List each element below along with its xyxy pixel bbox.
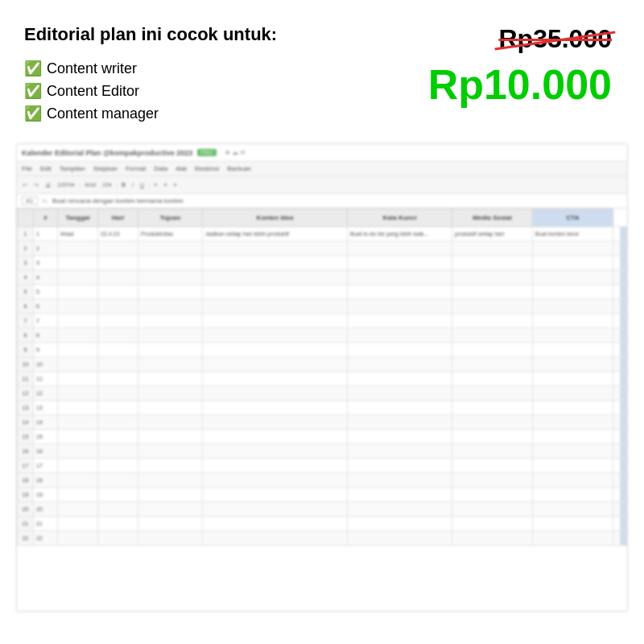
table-cell [138, 386, 203, 401]
toolbar-redo[interactable]: ↪ [31, 181, 41, 189]
table-cell [58, 386, 98, 401]
row-number: 6 [18, 299, 34, 314]
table-row: 22 [18, 242, 627, 256]
table-cell [348, 502, 452, 517]
menu-tampilan[interactable]: Tampilan [60, 165, 85, 172]
ss-title-bar: Kalender Editorial Plan @kompakproductiv… [17, 144, 627, 162]
toolbar-bold[interactable]: B [119, 181, 128, 188]
check-icon-3: ✅ [24, 105, 42, 122]
table-cell [620, 430, 627, 444]
table-cell [348, 386, 452, 401]
toolbar-undo[interactable]: ↩ [20, 181, 30, 189]
table-cell: 5 [34, 285, 58, 299]
table-cell [620, 444, 627, 459]
table-cell [533, 242, 613, 256]
table-cell [58, 488, 98, 502]
table-cell [452, 314, 533, 328]
table-cell [58, 343, 98, 357]
table-cell [138, 502, 203, 517]
table-cell [620, 488, 627, 502]
table-cell [452, 430, 533, 444]
table-row: 88 [18, 328, 627, 343]
ss-table: # Tanggal Hari Tujuan Konten Idea Kata K… [17, 208, 627, 546]
toolbar-align-center[interactable]: ≡ [161, 181, 169, 188]
menu-edit[interactable]: Edit [40, 165, 52, 172]
row-number: 5 [18, 285, 34, 299]
table-cell [613, 401, 621, 415]
table-cell [203, 415, 348, 430]
table-cell [452, 299, 533, 314]
toolbar-align-left[interactable]: ≡ [151, 181, 159, 188]
table-cell [613, 386, 621, 401]
table-cell [348, 531, 452, 546]
table-cell [452, 242, 533, 256]
toolbar-underline[interactable]: U [138, 181, 147, 188]
menu-sisipkan[interactable]: Sisipkan [93, 165, 118, 172]
table-row: 99 [18, 343, 627, 357]
toolbar-font[interactable]: Arial [82, 181, 98, 188]
table-cell [620, 415, 627, 430]
table-cell [348, 299, 452, 314]
table-cell: 13 [34, 401, 58, 415]
row-number: 13 [18, 401, 34, 415]
table-cell: 10 [34, 357, 58, 372]
row-number: 7 [18, 314, 34, 328]
table-cell [348, 328, 452, 343]
table-cell: Produktivitas [138, 227, 203, 242]
toolbar-italic[interactable]: I [130, 181, 136, 188]
table-cell [613, 531, 621, 546]
table-cell [613, 299, 621, 314]
toolbar-align-right[interactable]: ≡ [171, 181, 179, 188]
table-cell [203, 256, 348, 270]
table-cell [98, 430, 138, 444]
table-cell [98, 372, 138, 386]
table-row: 1010 [18, 357, 627, 372]
table-cell [348, 270, 452, 285]
table-cell [58, 372, 98, 386]
table-cell [533, 256, 613, 270]
table-cell [452, 401, 533, 415]
menu-bantuan[interactable]: Bantuan [227, 165, 251, 172]
toolbar-zoom[interactable]: 100%▾ [55, 181, 77, 189]
table-row: 1616 [18, 444, 627, 459]
table-cell: Ahad [58, 227, 98, 242]
table-cell [620, 473, 627, 488]
table-cell [620, 227, 627, 242]
table-cell [138, 430, 203, 444]
table-cell [98, 459, 138, 473]
table-cell [620, 343, 627, 357]
ss-sub-toolbar: ↩ ↪ 🖨 100%▾ | Arial 10▾ | B I U | ≡ ≡ ≡ [17, 176, 627, 194]
table-row: 1313 [18, 401, 627, 415]
table-cell: 16 [34, 444, 58, 459]
table-cell [613, 314, 621, 328]
table-row: 2222 [18, 531, 627, 546]
table-cell: Buat to-do list yang lebih baik... [348, 227, 452, 242]
menu-ekstensi[interactable]: Ekstensi [195, 165, 219, 172]
table-cell [203, 386, 348, 401]
toolbar-fontsize[interactable]: 10▾ [100, 181, 114, 189]
table-cell [203, 502, 348, 517]
checklist-item-3: ✅ Content manager [24, 105, 428, 122]
table-cell [452, 444, 533, 459]
menu-data[interactable]: Data [154, 165, 167, 172]
table-cell [203, 314, 348, 328]
table-cell [613, 328, 621, 343]
table-cell [98, 270, 138, 285]
ss-table-wrapper: # Tanggal Hari Tujuan Konten Idea Kata K… [17, 208, 627, 611]
table-cell [138, 270, 203, 285]
menu-alat[interactable]: Alat [175, 165, 187, 172]
table-cell [452, 459, 533, 473]
menu-file[interactable]: File [22, 165, 32, 172]
table-cell [58, 328, 98, 343]
right-panel: Rp35.000 Rp10.000 [428, 24, 620, 109]
table-cell [452, 415, 533, 430]
table-cell [348, 343, 452, 357]
table-cell [58, 270, 98, 285]
menu-format[interactable]: Format [126, 165, 146, 172]
table-cell: 11 [34, 372, 58, 386]
row-number: 14 [18, 415, 34, 430]
table-cell [98, 256, 138, 270]
toolbar-print[interactable]: 🖨 [43, 181, 53, 188]
table-cell [613, 285, 621, 299]
table-cell [452, 285, 533, 299]
